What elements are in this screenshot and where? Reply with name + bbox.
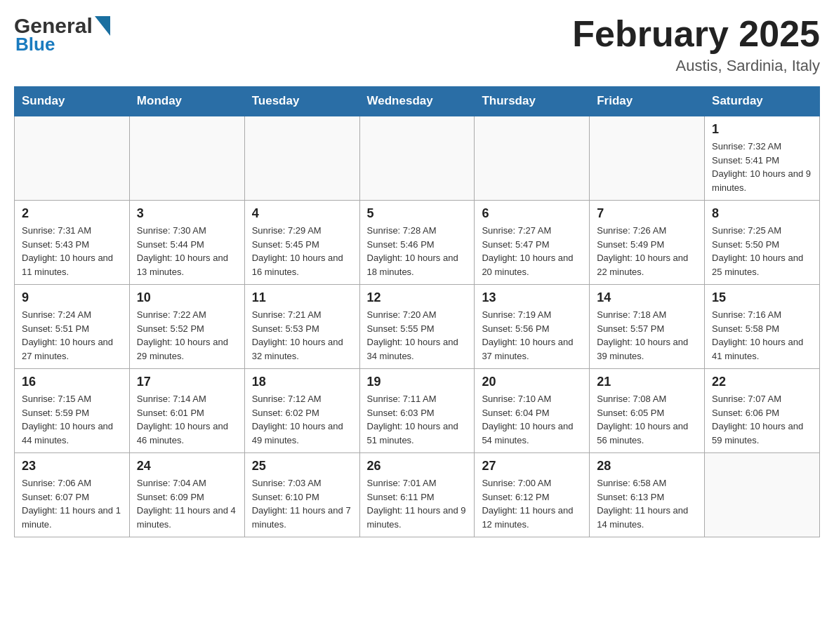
calendar-cell xyxy=(15,116,130,201)
day-info: Sunrise: 7:28 AMSunset: 5:46 PMDaylight:… xyxy=(367,224,468,279)
logo-blue-text: Blue xyxy=(14,34,55,55)
weekday-header: Saturday xyxy=(705,87,820,116)
svg-marker-0 xyxy=(95,16,110,36)
weekday-header: Thursday xyxy=(475,87,590,116)
day-info: Sunrise: 7:30 AMSunset: 5:44 PMDaylight:… xyxy=(137,224,237,279)
day-info: Sunrise: 7:08 AMSunset: 6:05 PMDaylight:… xyxy=(597,392,697,447)
calendar-cell: 6Sunrise: 7:27 AMSunset: 5:47 PMDaylight… xyxy=(475,201,590,285)
calendar-cell: 20Sunrise: 7:10 AMSunset: 6:04 PMDayligh… xyxy=(475,369,590,453)
calendar-cell: 23Sunrise: 7:06 AMSunset: 6:07 PMDayligh… xyxy=(15,453,130,537)
calendar-cell xyxy=(705,453,820,537)
day-number: 19 xyxy=(367,375,468,389)
day-number: 28 xyxy=(597,459,697,474)
calendar-cell: 12Sunrise: 7:20 AMSunset: 5:55 PMDayligh… xyxy=(359,285,475,369)
day-number: 6 xyxy=(482,206,582,221)
day-info: Sunrise: 7:10 AMSunset: 6:04 PMDaylight:… xyxy=(482,392,582,447)
calendar-cell xyxy=(475,116,590,201)
calendar-cell: 4Sunrise: 7:29 AMSunset: 5:45 PMDaylight… xyxy=(244,201,359,285)
day-number: 9 xyxy=(22,290,122,305)
day-info: Sunrise: 7:25 AMSunset: 5:50 PMDaylight:… xyxy=(712,224,812,279)
day-number: 21 xyxy=(597,375,697,389)
calendar-cell: 28Sunrise: 6:58 AMSunset: 6:13 PMDayligh… xyxy=(590,453,705,537)
calendar-cell: 14Sunrise: 7:18 AMSunset: 5:57 PMDayligh… xyxy=(590,285,705,369)
day-number: 22 xyxy=(712,375,812,389)
day-number: 2 xyxy=(22,206,122,221)
day-number: 14 xyxy=(597,290,697,305)
calendar-week-row: 23Sunrise: 7:06 AMSunset: 6:07 PMDayligh… xyxy=(15,453,820,537)
weekday-header: Friday xyxy=(590,87,705,116)
calendar-cell: 21Sunrise: 7:08 AMSunset: 6:05 PMDayligh… xyxy=(590,369,705,453)
page-header: General Blue February 2025 Austis, Sardi… xyxy=(14,14,820,75)
calendar-cell: 10Sunrise: 7:22 AMSunset: 5:52 PMDayligh… xyxy=(129,285,244,369)
day-number: 23 xyxy=(22,459,122,474)
calendar-cell: 15Sunrise: 7:16 AMSunset: 5:58 PMDayligh… xyxy=(705,285,820,369)
day-number: 26 xyxy=(367,459,468,474)
day-info: Sunrise: 7:04 AMSunset: 6:09 PMDaylight:… xyxy=(137,476,237,531)
day-number: 11 xyxy=(252,290,352,305)
day-number: 16 xyxy=(22,375,122,389)
day-info: Sunrise: 6:58 AMSunset: 6:13 PMDaylight:… xyxy=(597,476,697,531)
calendar-cell: 22Sunrise: 7:07 AMSunset: 6:06 PMDayligh… xyxy=(705,369,820,453)
day-info: Sunrise: 7:07 AMSunset: 6:06 PMDaylight:… xyxy=(712,392,812,447)
day-number: 13 xyxy=(482,290,582,305)
weekday-header: Sunday xyxy=(15,87,130,116)
calendar-cell: 3Sunrise: 7:30 AMSunset: 5:44 PMDaylight… xyxy=(129,201,244,285)
calendar-cell: 8Sunrise: 7:25 AMSunset: 5:50 PMDaylight… xyxy=(705,201,820,285)
calendar-header: SundayMondayTuesdayWednesdayThursdayFrid… xyxy=(15,87,820,116)
day-info: Sunrise: 7:20 AMSunset: 5:55 PMDaylight:… xyxy=(367,308,468,363)
calendar-cell: 2Sunrise: 7:31 AMSunset: 5:43 PMDaylight… xyxy=(15,201,130,285)
day-info: Sunrise: 7:03 AMSunset: 6:10 PMDaylight:… xyxy=(252,476,352,531)
day-info: Sunrise: 7:31 AMSunset: 5:43 PMDaylight:… xyxy=(22,224,122,279)
day-number: 10 xyxy=(137,290,237,305)
calendar-cell: 16Sunrise: 7:15 AMSunset: 5:59 PMDayligh… xyxy=(15,369,130,453)
calendar-cell xyxy=(244,116,359,201)
logo-arrow-icon xyxy=(95,16,110,36)
day-info: Sunrise: 7:16 AMSunset: 5:58 PMDaylight:… xyxy=(712,308,812,363)
calendar-cell xyxy=(359,116,475,201)
day-info: Sunrise: 7:12 AMSunset: 6:02 PMDaylight:… xyxy=(252,392,352,447)
calendar-cell: 26Sunrise: 7:01 AMSunset: 6:11 PMDayligh… xyxy=(359,453,475,537)
calendar-cell: 9Sunrise: 7:24 AMSunset: 5:51 PMDaylight… xyxy=(15,285,130,369)
day-info: Sunrise: 7:22 AMSunset: 5:52 PMDaylight:… xyxy=(137,308,237,363)
day-number: 18 xyxy=(252,375,352,389)
calendar-week-row: 1Sunrise: 7:32 AMSunset: 5:41 PMDaylight… xyxy=(15,116,820,201)
day-number: 17 xyxy=(137,375,237,389)
day-info: Sunrise: 7:01 AMSunset: 6:11 PMDaylight:… xyxy=(367,476,468,531)
weekday-row: SundayMondayTuesdayWednesdayThursdayFrid… xyxy=(15,87,820,116)
calendar-cell xyxy=(590,116,705,201)
day-info: Sunrise: 7:29 AMSunset: 5:45 PMDaylight:… xyxy=(252,224,352,279)
title-block: February 2025 Austis, Sardinia, Italy xyxy=(572,14,820,75)
day-number: 20 xyxy=(482,375,582,389)
weekday-header: Tuesday xyxy=(244,87,359,116)
day-info: Sunrise: 7:26 AMSunset: 5:49 PMDaylight:… xyxy=(597,224,697,279)
day-number: 5 xyxy=(367,206,468,221)
calendar-cell xyxy=(129,116,244,201)
calendar-cell: 25Sunrise: 7:03 AMSunset: 6:10 PMDayligh… xyxy=(244,453,359,537)
day-number: 12 xyxy=(367,290,468,305)
calendar-week-row: 16Sunrise: 7:15 AMSunset: 5:59 PMDayligh… xyxy=(15,369,820,453)
day-info: Sunrise: 7:06 AMSunset: 6:07 PMDaylight:… xyxy=(22,476,122,531)
calendar-body: 1Sunrise: 7:32 AMSunset: 5:41 PMDaylight… xyxy=(15,116,820,537)
calendar-cell: 1Sunrise: 7:32 AMSunset: 5:41 PMDaylight… xyxy=(705,116,820,201)
day-info: Sunrise: 7:11 AMSunset: 6:03 PMDaylight:… xyxy=(367,392,468,447)
month-title: February 2025 xyxy=(572,14,820,54)
weekday-header: Wednesday xyxy=(359,87,475,116)
day-number: 8 xyxy=(712,206,812,221)
day-info: Sunrise: 7:27 AMSunset: 5:47 PMDaylight:… xyxy=(482,224,582,279)
day-info: Sunrise: 7:00 AMSunset: 6:12 PMDaylight:… xyxy=(482,476,582,531)
calendar-table: SundayMondayTuesdayWednesdayThursdayFrid… xyxy=(14,86,820,537)
day-info: Sunrise: 7:32 AMSunset: 5:41 PMDaylight:… xyxy=(712,140,812,194)
calendar-cell: 7Sunrise: 7:26 AMSunset: 5:49 PMDaylight… xyxy=(590,201,705,285)
day-info: Sunrise: 7:14 AMSunset: 6:01 PMDaylight:… xyxy=(137,392,237,447)
day-number: 25 xyxy=(252,459,352,474)
weekday-header: Monday xyxy=(129,87,244,116)
logo: General Blue xyxy=(14,14,110,55)
day-number: 15 xyxy=(712,290,812,305)
day-info: Sunrise: 7:15 AMSunset: 5:59 PMDaylight:… xyxy=(22,392,122,447)
calendar-week-row: 9Sunrise: 7:24 AMSunset: 5:51 PMDaylight… xyxy=(15,285,820,369)
calendar-cell: 17Sunrise: 7:14 AMSunset: 6:01 PMDayligh… xyxy=(129,369,244,453)
day-info: Sunrise: 7:19 AMSunset: 5:56 PMDaylight:… xyxy=(482,308,582,363)
day-number: 7 xyxy=(597,206,697,221)
calendar-cell: 11Sunrise: 7:21 AMSunset: 5:53 PMDayligh… xyxy=(244,285,359,369)
day-number: 24 xyxy=(137,459,237,474)
